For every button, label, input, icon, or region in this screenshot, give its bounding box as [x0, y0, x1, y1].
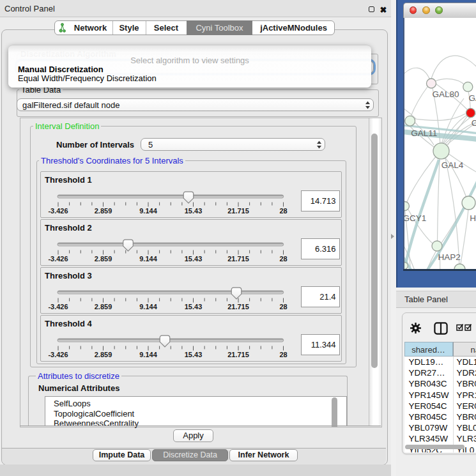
- svg-text:28: 28: [279, 351, 287, 358]
- svg-text:GAL4: GAL4: [441, 160, 464, 170]
- svg-text:2.859: 2.859: [95, 351, 112, 358]
- svg-text:GAL80: GAL80: [433, 89, 459, 99]
- svg-text:21.715: 21.715: [227, 303, 249, 311]
- svg-text:2.859: 2.859: [95, 255, 112, 263]
- svg-text:9.144: 9.144: [139, 255, 157, 263]
- svg-text:GAL11: GAL11: [411, 128, 437, 138]
- svg-text:15.43: 15.43: [185, 303, 203, 311]
- svg-text:C: C: [472, 118, 476, 128]
- svg-text:2.859: 2.859: [95, 303, 112, 311]
- svg-text:21.715: 21.715: [227, 351, 249, 358]
- svg-text:21.715: 21.715: [227, 255, 249, 263]
- svg-text:-3.426: -3.426: [48, 303, 68, 311]
- svg-text:15.43: 15.43: [185, 207, 203, 215]
- svg-text:-3.426: -3.426: [48, 207, 68, 215]
- svg-text:-3.426: -3.426: [48, 255, 68, 263]
- svg-text:2.859: 2.859: [95, 207, 112, 215]
- svg-text:15.43: 15.43: [185, 351, 203, 358]
- svg-text:21.715: 21.715: [227, 207, 249, 215]
- svg-text:15.43: 15.43: [185, 255, 203, 263]
- svg-text:H: H: [470, 213, 476, 222]
- svg-text:9.144: 9.144: [139, 303, 157, 311]
- svg-text:28: 28: [279, 255, 287, 263]
- svg-text:28: 28: [279, 303, 287, 311]
- svg-text:HAP2: HAP2: [438, 252, 461, 261]
- svg-text:GA: GA: [468, 93, 476, 103]
- svg-text:-3.426: -3.426: [48, 351, 68, 358]
- svg-text:9.144: 9.144: [139, 207, 157, 215]
- svg-text:GCY1: GCY1: [404, 213, 426, 222]
- svg-text:9.144: 9.144: [139, 351, 157, 358]
- svg-text:28: 28: [279, 207, 287, 215]
